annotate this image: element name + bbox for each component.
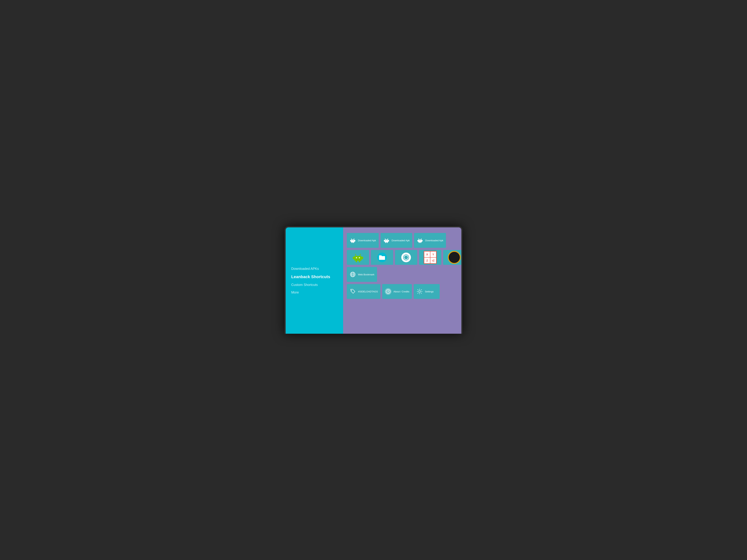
svg-point-36 [351,290,352,291]
tile-label-apk-1: Downloaded Apk [358,239,376,242]
xyz-cell-y: Y [430,251,436,258]
xyz-cell-x: X [424,251,430,258]
xyz-grid: X Y Z rZ [424,251,437,264]
globe-icon [350,271,356,278]
svg-rect-24 [356,260,357,262]
tile-folder[interactable] [371,250,393,265]
svg-rect-10 [385,242,386,243]
tile-label-settings: Settings [425,290,434,293]
row-web-bookmark: Web Bookmark [347,267,456,282]
tile-settings[interactable]: Settings [414,284,440,299]
gear-icon [416,288,423,295]
svg-rect-2 [355,240,355,241]
svg-rect-25 [359,260,360,262]
tv-screen: Downloaded APKs Leanback Shortcuts Custo… [286,228,461,334]
xyz-cell-z: Z [424,258,430,264]
question-icon: ? [385,288,391,295]
folder-icon [377,252,387,262]
row-downloaded-apks: Downloaded Apk [347,233,456,248]
svg-rect-14 [418,240,422,242]
nvidia-android-icon [352,251,364,264]
tile-label-sideloadtags: #SIDELOADTAGS [358,290,378,293]
svg-rect-22 [353,257,354,259]
plex-arrow-icon [452,254,458,261]
svg-point-5 [352,240,352,241]
tile-label-web-bookmark: Web Bookmark [358,273,375,276]
tile-plex[interactable] [443,250,461,265]
row-apps: X Y Z rZ [347,250,456,265]
tile-record[interactable] [395,250,417,265]
android-icon-3 [417,237,423,244]
svg-rect-4 [353,242,354,243]
svg-rect-15 [417,240,418,241]
svg-point-12 [385,240,386,241]
tv-frame: Downloaded APKs Leanback Shortcuts Custo… [285,226,462,334]
plex-icon [448,251,461,264]
sidebar-item-leanback-shortcuts[interactable]: Leanback Shortcuts [291,273,338,281]
svg-rect-3 [352,242,352,243]
svg-text:?: ? [387,290,389,293]
svg-rect-7 [385,240,388,242]
svg-rect-23 [362,257,363,259]
svg-line-28 [355,254,356,256]
svg-rect-18 [420,242,421,243]
tile-xyz[interactable]: X Y Z rZ [419,250,441,265]
android-icon-2 [383,237,390,244]
svg-point-26 [356,257,357,258]
tile-web-bookmark[interactable]: Web Bookmark [347,267,377,282]
svg-point-19 [419,240,420,241]
sidebar-item-custom-shortcuts[interactable]: Custom Shortcuts [291,281,338,289]
svg-rect-11 [387,242,388,243]
tile-label-about-credits: About / Credits [393,290,409,293]
tile-downloaded-apk-1[interactable]: Downloaded Apk [347,233,379,248]
tile-nvidia-shield[interactable] [347,250,369,265]
tile-sideloadtags[interactable]: #SIDELOADTAGS [347,284,380,299]
sidebar: Downloaded APKs Leanback Shortcuts Custo… [286,228,343,334]
tile-label-apk-3: Downloaded Apk [425,239,443,242]
tile-label-apk-2: Downloaded Apk [392,239,410,242]
svg-line-29 [360,254,361,256]
svg-rect-0 [351,240,355,242]
svg-point-39 [419,291,420,292]
svg-rect-17 [419,242,420,243]
record-icon [401,252,411,262]
svg-point-13 [387,240,387,241]
tile-downloaded-apk-3[interactable]: Downloaded Apk [414,233,446,248]
tag-icon [350,288,356,295]
svg-rect-16 [422,240,422,241]
tile-downloaded-apk-2[interactable]: Downloaded Apk [381,233,412,248]
svg-rect-9 [388,240,389,241]
row-utility: #SIDELOADTAGS ? About / Credits [347,284,456,299]
android-icon-1 [350,237,356,244]
sidebar-item-more[interactable]: More [291,289,338,296]
tile-about-credits[interactable]: ? About / Credits [382,284,412,299]
svg-point-27 [359,257,360,258]
xyz-cell-rz: rZ [430,258,436,264]
svg-point-6 [353,240,354,241]
svg-rect-8 [384,240,385,241]
sidebar-item-downloaded-apks[interactable]: Downloaded APKs [291,265,338,273]
svg-rect-30 [355,259,361,260]
record-inner [404,256,408,259]
svg-point-20 [420,240,421,241]
main-content: Downloaded Apk [343,228,461,334]
svg-rect-1 [350,240,351,241]
